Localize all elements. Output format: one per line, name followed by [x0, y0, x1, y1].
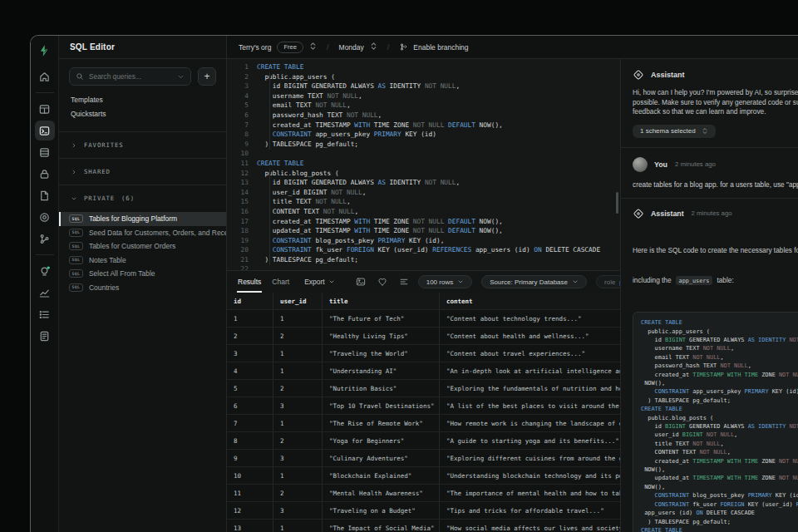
line-number: 8 — [227, 130, 257, 140]
table-row: 11"The Future of Tech""Content about tec… — [227, 310, 620, 328]
sidebar-link-quickstarts[interactable]: Quickstarts — [59, 106, 226, 121]
query-item[interactable]: SQLNotes Table — [59, 254, 226, 268]
code-line: created_at TIMESTAMP WITH TIME ZONE NOT … — [641, 371, 798, 379]
code-line: email TEXT NOT NULL, — [641, 353, 798, 362]
line-number: 4 — [227, 91, 257, 101]
intro-text: table: — [717, 276, 733, 286]
branch-name[interactable]: Monday — [339, 43, 364, 52]
editor-line: 19 CONSTRAINT blog_posts_pkey PRIMARY KE… — [227, 236, 620, 246]
code-line: NOW(), — [641, 483, 798, 491]
table-cell: 1 — [273, 345, 323, 362]
section-private[interactable]: PRIVATE (6) — [59, 185, 226, 211]
format-button[interactable] — [399, 277, 409, 287]
editor-line: 12 public.blog_posts ( — [227, 169, 620, 179]
section-count: (6) — [121, 195, 135, 202]
line-number: 5 — [227, 101, 257, 111]
plan-badge: Free — [277, 42, 303, 53]
table-cell: "Exploring different cuisines from aroun… — [440, 450, 620, 466]
editor-line: 20 CONSTRAINT fk_user FOREIGN KEY (user_… — [227, 245, 620, 255]
query-item[interactable]: SQLTables for Customer Orders — [59, 239, 226, 254]
user-message-header: You 2 minutes ago — [633, 157, 798, 172]
source-value: Source: Primary Database — [490, 278, 568, 286]
line-code: CREATE TABLE — [257, 62, 303, 72]
results-toolbar: Results Chart Export 100 rows Source: Pr… — [227, 270, 620, 293]
line-number: 10 — [227, 149, 257, 159]
enable-branching-button[interactable]: Enable branching — [399, 42, 468, 52]
search-chevron-icon — [177, 73, 185, 81]
rail-item-operations[interactable] — [35, 304, 55, 324]
rail-item-roles[interactable] — [35, 164, 55, 184]
assistant-response-intro: Here is the SQL code to create the neces… — [633, 227, 798, 305]
rail-item-sql-editor[interactable] — [35, 121, 55, 140]
chevron-down-icon — [457, 278, 464, 285]
branch-select-chevrons-icon[interactable] — [370, 42, 377, 52]
role-label: role — [604, 278, 615, 286]
rail-item-monitoring[interactable] — [35, 283, 55, 303]
code-line: updated_at TIMESTAMP WITH TIME ZONE NOT … — [641, 474, 798, 482]
message-author: Assistant — [651, 209, 684, 218]
rail-item-branches[interactable] — [35, 229, 55, 249]
sql-badge: SQL — [69, 256, 83, 264]
rail-divider — [36, 92, 54, 93]
section-shared[interactable]: SHARED — [59, 158, 226, 185]
user-message-text: create tables for a blog app. for a user… — [633, 180, 798, 189]
rail-item-backups[interactable] — [35, 185, 55, 205]
rail-item-home[interactable] — [35, 66, 55, 86]
new-query-button[interactable]: + — [198, 67, 216, 86]
terminal-icon — [38, 125, 51, 137]
tab-chart[interactable]: Chart — [271, 271, 290, 293]
search-input[interactable] — [89, 72, 172, 81]
align-left-icon — [399, 277, 409, 287]
code-line: CONSTRAINT fk_user FOREIGN KEY (user_id)… — [641, 500, 798, 509]
sidebar-link-templates[interactable]: Templates — [59, 92, 226, 106]
line-code: ) TABLESPACE pg_default; — [257, 255, 358, 265]
rail-item-docs[interactable] — [35, 326, 55, 346]
favorite-button[interactable] — [377, 277, 387, 287]
snapshot-button[interactable] — [356, 277, 366, 287]
topbar: Terry's org Free / Monday / Enable branc… — [227, 36, 798, 59]
database-rows-icon — [38, 146, 51, 159]
table-cell: "Top 10 Travel Destinations" — [323, 397, 440, 414]
table-cell: 1 — [273, 520, 323, 532]
table-cell: 2 — [273, 432, 323, 449]
role-select[interactable]: role postgres — [596, 275, 621, 288]
editor-line: 8 CONSTRAINT app_users_pkey PRIMARY KEY … — [227, 130, 620, 140]
query-item-label: Seed Data for Customers, Orders, and Rec… — [89, 229, 226, 237]
org-select-chevrons-icon[interactable] — [309, 42, 317, 52]
table-cell: 10 — [227, 467, 273, 484]
query-list: SQLTables for Blogging PlatformSQLSeed D… — [59, 212, 226, 294]
section-favorites[interactable]: FAVORITES — [59, 131, 226, 158]
table-cell: 8 — [227, 432, 273, 449]
table-cell: "Tips and tricks for affordable travel..… — [440, 502, 620, 519]
query-item[interactable]: SQLSelect All From Table — [59, 267, 226, 281]
editor-line: 17 created_at TIMESTAMP WITH TIME ZONE N… — [227, 217, 620, 227]
line-code: email TEXT NOT NULL, — [257, 101, 351, 111]
tab-results[interactable]: Results — [237, 271, 262, 293]
source-select[interactable]: Source: Primary Database — [481, 275, 587, 288]
rail-item-insights[interactable] — [35, 261, 55, 281]
editor-line: 9 ) TABLESPACE pg_default; — [227, 140, 620, 150]
table-cell: "Content about health and wellness..." — [440, 328, 620, 344]
plus-icon: + — [204, 71, 209, 81]
query-item[interactable]: SQLCountries — [59, 281, 226, 295]
export-button[interactable]: Export — [304, 278, 335, 286]
org-name[interactable]: Terry's org — [239, 43, 271, 52]
brand-logo[interactable] — [35, 42, 55, 60]
editor-scrollbar[interactable] — [616, 192, 618, 214]
line-number: 13 — [227, 178, 257, 188]
line-number: 1 — [227, 62, 257, 72]
line-code: CONTENT TEXT NOT NULL, — [257, 207, 358, 217]
sql-editor[interactable]: 1CREATE TABLE2 public.app_users (3 id BI… — [227, 59, 620, 270]
line-number: 18 — [227, 226, 257, 236]
welcome-line: possible. Make sure to verify any genera… — [633, 98, 798, 108]
query-item[interactable]: SQLSeed Data for Customers, Orders, and … — [59, 226, 226, 240]
table-cell: 2 — [273, 380, 323, 397]
schema-select-button[interactable]: 1 schema selected — [633, 125, 716, 138]
rail-item-tables[interactable] — [35, 99, 55, 119]
search-box[interactable] — [69, 67, 191, 86]
rows-limit-select[interactable]: 100 rows — [418, 275, 472, 288]
query-item[interactable]: SQLTables for Blogging Platform — [59, 212, 226, 226]
branch-icon — [38, 233, 51, 245]
rail-item-integrations[interactable] — [35, 207, 55, 227]
rail-item-databases[interactable] — [35, 142, 55, 162]
